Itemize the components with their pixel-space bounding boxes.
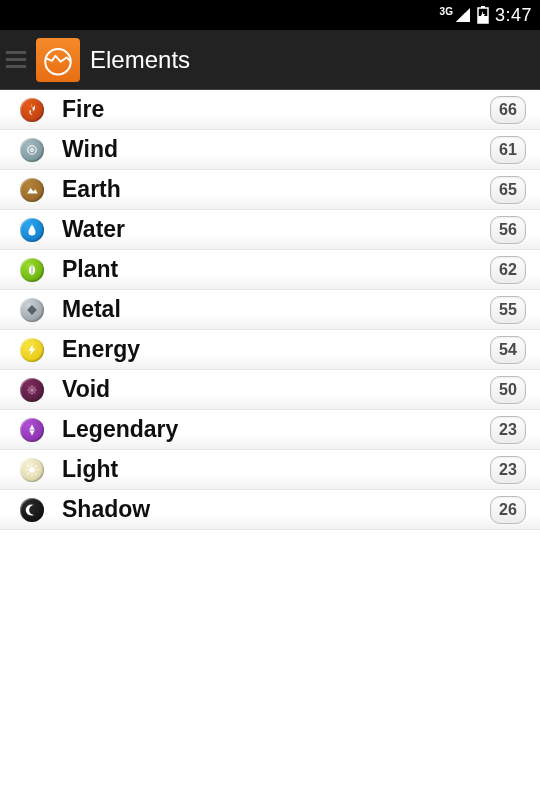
element-label: Void (62, 376, 490, 403)
list-item[interactable]: Plant62 (0, 250, 540, 290)
element-label: Energy (62, 336, 490, 363)
list-item[interactable]: Light23 (0, 450, 540, 490)
element-label: Earth (62, 176, 490, 203)
energy-icon (20, 338, 44, 362)
wind-icon (20, 138, 44, 162)
count-badge: 61 (490, 136, 526, 164)
list-item[interactable]: Metal55 (0, 290, 540, 330)
svg-line-17 (35, 472, 37, 474)
list-item[interactable]: Shadow26 (0, 490, 540, 530)
light-icon (20, 458, 44, 482)
count-badge: 55 (490, 296, 526, 324)
svg-point-11 (29, 467, 35, 473)
list-item[interactable]: Legendary23 (0, 410, 540, 450)
count-badge: 26 (490, 496, 526, 524)
element-label: Shadow (62, 496, 490, 523)
count-badge: 23 (490, 416, 526, 444)
list-item[interactable]: Fire66 (0, 90, 540, 130)
status-bar: 3G 3:47 (0, 0, 540, 30)
water-icon (20, 218, 44, 242)
list-item[interactable]: Energy54 (0, 330, 540, 370)
element-label: Fire (62, 96, 490, 123)
network-indicator: 3G (440, 6, 453, 17)
plant-icon (20, 258, 44, 282)
page-title: Elements (90, 46, 190, 74)
svg-line-19 (27, 472, 29, 474)
count-badge: 50 (490, 376, 526, 404)
list-item[interactable]: Void50 (0, 370, 540, 410)
void-icon (20, 378, 44, 402)
svg-line-18 (35, 465, 37, 467)
app-icon[interactable] (36, 38, 80, 82)
element-label: Light (62, 456, 490, 483)
menu-icon[interactable] (6, 51, 26, 68)
count-badge: 65 (490, 176, 526, 204)
fire-icon (20, 98, 44, 122)
count-badge: 66 (490, 96, 526, 124)
clock: 3:47 (495, 5, 532, 26)
element-label: Metal (62, 296, 490, 323)
count-badge: 56 (490, 216, 526, 244)
list-item[interactable]: Water56 (0, 210, 540, 250)
earth-icon (20, 178, 44, 202)
element-label: Water (62, 216, 490, 243)
count-badge: 23 (490, 456, 526, 484)
svg-line-16 (27, 465, 29, 467)
count-badge: 54 (490, 336, 526, 364)
legendary-icon (20, 418, 44, 442)
elements-list: Fire66Wind61Earth65Water56Plant62Metal55… (0, 90, 540, 530)
app-bar: Elements (0, 30, 540, 90)
list-item[interactable]: Wind61 (0, 130, 540, 170)
element-label: Plant (62, 256, 490, 283)
element-label: Legendary (62, 416, 490, 443)
battery-icon (477, 6, 489, 24)
count-badge: 62 (490, 256, 526, 284)
list-item[interactable]: Earth65 (0, 170, 540, 210)
metal-icon (20, 298, 44, 322)
shadow-icon (20, 498, 44, 522)
element-label: Wind (62, 136, 490, 163)
cell-signal-icon (455, 7, 471, 23)
svg-point-3 (45, 48, 71, 73)
